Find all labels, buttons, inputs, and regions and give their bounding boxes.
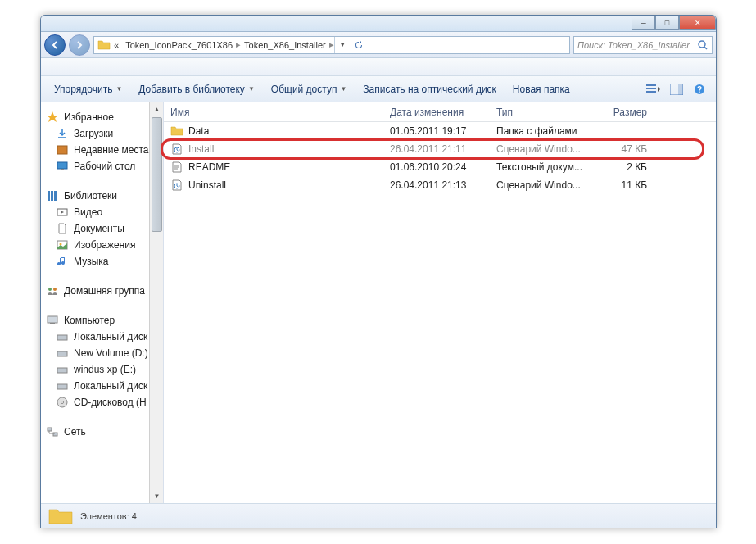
- svg-point-27: [61, 401, 64, 404]
- svg-rect-28: [48, 428, 52, 431]
- column-size[interactable]: Размер: [596, 107, 654, 118]
- sidebar-item-drive[interactable]: windus xp (E:): [44, 361, 160, 378]
- svg-rect-21: [50, 323, 55, 324]
- document-icon: [56, 222, 69, 235]
- pane-icon: [670, 84, 683, 95]
- sidebar-item-downloads[interactable]: Загрузки: [44, 125, 160, 142]
- cd-icon: [56, 396, 69, 409]
- sidebar-item-documents[interactable]: Документы: [44, 220, 160, 237]
- text-icon: [170, 161, 183, 174]
- scroll-thumb[interactable]: [152, 117, 162, 232]
- file-date: 01.05.2011 19:17: [383, 125, 490, 137]
- close-button[interactable]: ✕: [679, 16, 716, 30]
- music-icon: [56, 255, 69, 268]
- sidebar-item-desktop[interactable]: Рабочий стол: [44, 158, 160, 175]
- drive-icon: [56, 330, 69, 343]
- drive-icon: [56, 363, 69, 376]
- library-icon: [46, 189, 59, 202]
- file-type: Папка с файлами: [490, 125, 596, 137]
- view-icon: [646, 84, 661, 95]
- svg-rect-14: [54, 191, 57, 201]
- drive-icon: [56, 379, 69, 392]
- minimize-button[interactable]: ─: [632, 16, 655, 30]
- toolbar: Упорядочить▼ Добавить в библиотеку▼ Общи…: [41, 76, 716, 102]
- file-row[interactable]: Install26.04.2011 21:11Сценарий Windo...…: [164, 140, 716, 158]
- svg-rect-25: [57, 384, 67, 389]
- back-button[interactable]: [44, 34, 66, 56]
- recent-icon: [56, 143, 69, 156]
- folder-icon: [48, 506, 74, 526]
- sidebar-libraries-header[interactable]: Библиотеки: [44, 188, 160, 204]
- svg-rect-12: [48, 191, 50, 201]
- sidebar-network-header[interactable]: Сеть: [44, 424, 160, 440]
- burn-button[interactable]: Записать на оптический диск: [356, 80, 503, 98]
- organize-button[interactable]: Упорядочить▼: [48, 80, 129, 98]
- file-name: Uninstall: [188, 179, 226, 191]
- column-type[interactable]: Тип: [490, 107, 596, 118]
- search-icon: [697, 39, 708, 51]
- svg-rect-9: [57, 146, 67, 154]
- file-name: Install: [188, 143, 214, 155]
- breadcrumb-item[interactable]: Token_IconPack_7601X86: [122, 40, 236, 50]
- breadcrumb-prefix: «: [111, 40, 122, 50]
- titlebar[interactable]: ─ □ ✕: [41, 16, 716, 32]
- file-name: Data: [188, 125, 209, 137]
- view-options-button[interactable]: [644, 79, 663, 99]
- statusbar: Элементов: 4: [41, 503, 716, 528]
- sidebar-favorites-header[interactable]: Избранное: [44, 109, 160, 125]
- image-icon: [56, 238, 69, 252]
- sidebar-item-cdrom[interactable]: CD-дисковод (H: [44, 394, 160, 410]
- video-icon: [56, 206, 69, 219]
- sidebar-computer-header[interactable]: Компьютер: [44, 312, 160, 329]
- forward-button[interactable]: [69, 34, 90, 56]
- refresh-icon: [354, 40, 364, 50]
- share-button[interactable]: Общий доступ▼: [265, 80, 354, 98]
- scroll-up-icon[interactable]: ▲: [150, 102, 164, 116]
- computer-icon: [46, 314, 59, 327]
- arrow-right-icon: [75, 40, 84, 50]
- window-controls: ─ □ ✕: [632, 16, 716, 30]
- svg-rect-13: [51, 191, 53, 201]
- script-icon: [170, 143, 183, 156]
- file-row[interactable]: Uninstall26.04.2011 21:13Сценарий Windo.…: [164, 176, 716, 194]
- new-folder-button[interactable]: Новая папка: [506, 80, 577, 98]
- svg-rect-11: [61, 169, 64, 170]
- column-name[interactable]: Имя: [164, 107, 383, 118]
- file-row[interactable]: Data01.05.2011 19:17Папка с файлами: [164, 122, 716, 140]
- svg-rect-4: [646, 91, 656, 93]
- explorer-window: ─ □ ✕ « Token_IconPack_7601X86 ▸ Token_X…: [40, 15, 717, 528]
- breadcrumb-item[interactable]: Token_X86_Installer: [241, 40, 329, 50]
- sidebar-item-drive[interactable]: Локальный диск: [44, 329, 160, 345]
- star-icon: [46, 111, 59, 124]
- file-date: 01.06.2010 20:24: [383, 161, 490, 173]
- svg-text:?: ?: [697, 85, 702, 94]
- svg-rect-10: [57, 162, 67, 169]
- scroll-down-icon[interactable]: ▼: [150, 489, 164, 503]
- help-button[interactable]: ?: [690, 79, 709, 99]
- breadcrumb-dropdown[interactable]: ▼: [334, 37, 351, 53]
- sidebar-item-images[interactable]: Изображения: [44, 237, 160, 253]
- preview-pane-button[interactable]: [667, 79, 686, 99]
- help-icon: ?: [694, 84, 705, 95]
- column-date[interactable]: Дата изменения: [383, 107, 490, 118]
- add-to-library-button[interactable]: Добавить в библиотеку▼: [132, 80, 260, 98]
- file-row[interactable]: README01.06.2010 20:24Текстовый докум...…: [164, 158, 716, 176]
- svg-rect-2: [646, 84, 656, 86]
- svg-rect-3: [646, 88, 656, 89]
- chevron-down-icon: ▼: [248, 85, 255, 93]
- navbar: « Token_IconPack_7601X86 ▸ Token_X86_Ins…: [41, 32, 716, 58]
- breadcrumb[interactable]: « Token_IconPack_7601X86 ▸ Token_X86_Ins…: [93, 36, 570, 54]
- svg-rect-24: [57, 368, 67, 373]
- sidebar-item-recent[interactable]: Недавние места: [44, 142, 160, 158]
- download-icon: [56, 127, 69, 140]
- maximize-button[interactable]: □: [655, 16, 679, 30]
- sidebar-item-video[interactable]: Видео: [44, 204, 160, 220]
- search-input[interactable]: Поиск: Token_X86_Installer: [573, 36, 713, 54]
- sidebar-scrollbar[interactable]: ▲ ▼: [149, 102, 163, 503]
- chevron-down-icon: ▼: [340, 85, 346, 93]
- refresh-button[interactable]: [351, 40, 367, 50]
- sidebar-homegroup-header[interactable]: Домашняя группа: [44, 283, 160, 299]
- sidebar-item-drive[interactable]: New Volume (D:): [44, 345, 160, 361]
- sidebar-item-music[interactable]: Музыка: [44, 253, 160, 270]
- sidebar-item-drive[interactable]: Локальный диск: [44, 378, 160, 394]
